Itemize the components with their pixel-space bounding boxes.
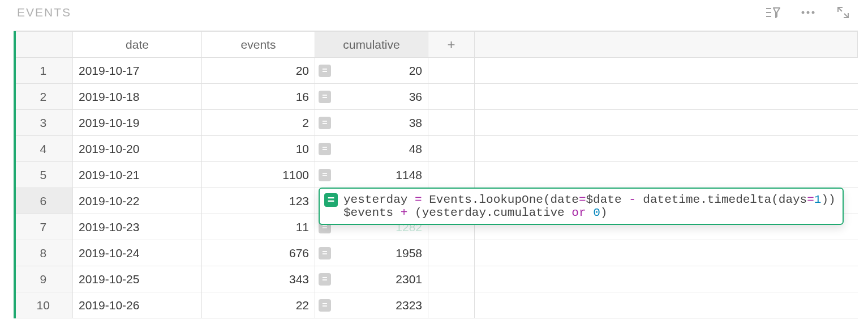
row-number-header — [14, 32, 73, 58]
cell-empty-rest — [475, 84, 858, 110]
table-row[interactable]: 52019-10-2111001148 — [14, 162, 858, 188]
cell-cumulative-value: 38 — [409, 116, 422, 129]
row-number[interactable]: 5 — [14, 162, 73, 188]
formula-editor[interactable]: yesterday = Events.lookupOne(date=$date … — [319, 188, 844, 225]
formula-token: + — [401, 206, 408, 219]
formula-token: datetime.timedelta(days — [636, 193, 807, 206]
cell-cumulative-value: 2301 — [396, 273, 422, 286]
cell-empty-rest — [475, 58, 858, 84]
formula-line-1: yesterday = Events.lookupOne(date=$date … — [343, 193, 836, 206]
row-number[interactable]: 9 — [14, 266, 73, 292]
cell-events[interactable]: 20 — [202, 58, 315, 84]
cell-date[interactable]: 2019-10-21 — [73, 162, 202, 188]
cell-empty-addcol — [428, 58, 475, 84]
cell-date[interactable]: 2019-10-20 — [73, 136, 202, 162]
cell-cumulative[interactable]: 20 — [315, 58, 428, 84]
svg-point-5 — [812, 11, 815, 14]
cell-cumulative[interactable]: 48 — [315, 136, 428, 162]
table-row[interactable]: 92019-10-253432301 — [14, 266, 858, 292]
cell-empty-addcol — [428, 292, 475, 318]
formula-token: 0 — [593, 206, 600, 219]
formula-token: $date — [586, 193, 629, 206]
cell-cumulative-value: 36 — [409, 90, 422, 103]
formula-token: - — [629, 193, 636, 206]
cell-events[interactable]: 676 — [202, 240, 315, 266]
table-row[interactable]: 42019-10-201048 — [14, 136, 858, 162]
table-row[interactable]: 82019-10-246761958 — [14, 240, 858, 266]
cell-cumulative-value: 20 — [409, 64, 422, 77]
formula-token: = — [415, 193, 422, 206]
row-number[interactable]: 2 — [14, 84, 73, 110]
svg-point-3 — [802, 11, 805, 14]
more-icon[interactable] — [800, 5, 816, 20]
cell-empty-rest — [475, 162, 858, 188]
formula-chip-icon[interactable] — [319, 299, 331, 312]
formula-token: = — [807, 193, 814, 206]
cell-events[interactable]: 343 — [202, 266, 315, 292]
formula-chip-icon[interactable] — [319, 247, 331, 259]
cell-empty-addcol — [428, 84, 475, 110]
formula-line-2: $events + (yesterday.cumulative or 0) — [343, 206, 836, 219]
cell-cumulative[interactable]: 1148 — [315, 162, 428, 188]
cell-date[interactable]: 2019-10-19 — [73, 110, 202, 136]
formula-chip-icon[interactable] — [319, 143, 331, 155]
cell-empty-rest — [475, 240, 858, 266]
table-row[interactable]: 22019-10-181636 — [14, 84, 858, 110]
cell-date[interactable]: 2019-10-18 — [73, 84, 202, 110]
column-header-cumulative[interactable]: cumulative — [315, 32, 428, 58]
add-column-button[interactable]: + — [428, 32, 475, 58]
formula-chip-icon[interactable] — [319, 117, 331, 129]
cell-events[interactable]: 22 — [202, 292, 315, 318]
cell-events[interactable]: 123 — [202, 188, 315, 214]
cell-cumulative-value: 48 — [409, 142, 422, 155]
events-table[interactable]: date events cumulative + 12019-10-172020… — [14, 31, 858, 318]
cell-date[interactable]: 2019-10-26 — [73, 292, 202, 318]
cell-date[interactable]: 2019-10-23 — [73, 214, 202, 240]
formula-token — [586, 206, 594, 219]
cell-cumulative[interactable]: yesterday = Events.lookupOne(date=$date … — [315, 188, 428, 214]
table-row[interactable]: 12019-10-172020 — [14, 58, 858, 84]
table-row[interactable]: 32019-10-19238 — [14, 110, 858, 136]
table-row[interactable]: 62019-10-22123yesterday = Events.lookupO… — [14, 188, 858, 214]
cell-date[interactable]: 2019-10-22 — [73, 188, 202, 214]
row-number[interactable]: 1 — [14, 58, 73, 84]
formula-token: yesterday — [343, 193, 415, 206]
row-number[interactable]: 10 — [14, 292, 73, 318]
cell-date[interactable]: 2019-10-24 — [73, 240, 202, 266]
cell-cumulative[interactable]: 38 — [315, 110, 428, 136]
row-number[interactable]: 3 — [14, 110, 73, 136]
formula-token: ) — [600, 206, 608, 219]
column-header-events[interactable]: events — [202, 32, 315, 58]
cell-cumulative[interactable]: 2301 — [315, 266, 428, 292]
svg-point-4 — [807, 11, 810, 14]
cell-cumulative[interactable]: 1958 — [315, 240, 428, 266]
table-row[interactable]: 102019-10-26222323 — [14, 292, 858, 318]
cell-empty-addcol — [428, 266, 475, 292]
formula-chip-icon[interactable] — [319, 169, 331, 181]
row-number[interactable]: 7 — [14, 214, 73, 240]
formula-token: or — [571, 206, 586, 219]
row-number[interactable]: 8 — [14, 240, 73, 266]
row-number[interactable]: 6 — [14, 188, 73, 214]
formula-token: $events — [343, 206, 401, 219]
cell-events[interactable]: 1100 — [202, 162, 315, 188]
cell-date[interactable]: 2019-10-17 — [73, 58, 202, 84]
cell-cumulative-value: 1148 — [396, 168, 422, 181]
expand-icon[interactable] — [835, 5, 851, 20]
cell-cumulative[interactable]: 36 — [315, 84, 428, 110]
row-number[interactable]: 4 — [14, 136, 73, 162]
cell-empty-addcol — [428, 136, 475, 162]
cell-events[interactable]: 16 — [202, 84, 315, 110]
formula-chip-icon[interactable] — [319, 273, 331, 286]
column-header-date[interactable]: date — [73, 32, 202, 58]
cell-cumulative[interactable]: 2323 — [315, 292, 428, 318]
cell-events[interactable]: 10 — [202, 136, 315, 162]
formula-equals-icon — [324, 193, 338, 207]
filter-icon[interactable] — [765, 5, 781, 20]
cell-date[interactable]: 2019-10-25 — [73, 266, 202, 292]
formula-chip-icon[interactable] — [319, 91, 331, 103]
formula-chip-icon[interactable] — [319, 65, 331, 77]
cell-events[interactable]: 2 — [202, 110, 315, 136]
cell-events[interactable]: 11 — [202, 214, 315, 240]
formula-token: = — [579, 193, 586, 206]
